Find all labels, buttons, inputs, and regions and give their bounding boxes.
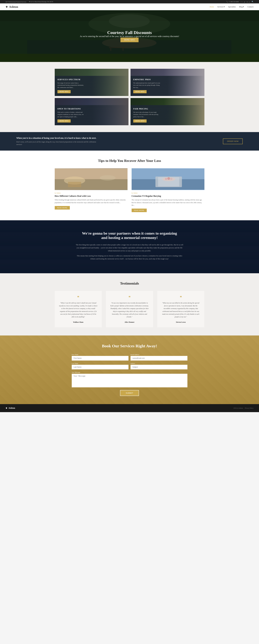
- first-name-input[interactable]: [72, 356, 128, 360]
- footer-privacy-link[interactable]: Privacy Policy: [245, 407, 254, 409]
- tagline: 24/7 Professional Funeral Services: [6, 1, 26, 2]
- social-twitter[interactable]: t: [242, 1, 243, 2]
- logo: ⚜ Ashton: [6, 5, 18, 8]
- nav-home[interactable]: Home: [210, 6, 214, 8]
- footer-logo-name: Ashton: [8, 407, 15, 409]
- testimonial-text-2: "It was very important to my recently de…: [110, 302, 149, 318]
- hero-title: Courtesy Fall Discounts: [80, 30, 179, 35]
- blog-card-2: by Admin Cremation VS Regular Burying Th…: [132, 168, 204, 212]
- card-btn-spectrum[interactable]: MORE INFO: [58, 90, 71, 93]
- last-name-input[interactable]: [72, 365, 128, 370]
- testimonial-text-1: "When I was hit with my sister's death l…: [59, 302, 98, 318]
- hero-cta-button[interactable]: MORE INFO: [120, 38, 138, 42]
- first-name-field-group: First Name: [72, 354, 128, 360]
- email-input[interactable]: [130, 356, 188, 360]
- blog-image-1: [55, 168, 128, 190]
- svg-point-23: [170, 178, 172, 180]
- subject-input[interactable]: [130, 365, 188, 370]
- memorial-para2: This means that starting from helping yo…: [75, 254, 184, 260]
- logo-icon: ⚜: [6, 5, 8, 8]
- logo-name: Ashton: [9, 5, 18, 8]
- svg-rect-10: [0, 54, 259, 62]
- testimonial-name-2: Alice Donner: [110, 321, 149, 323]
- nav-services[interactable]: Services ▾: [217, 6, 225, 8]
- last-name-field-group: Last Name: [72, 362, 128, 370]
- book-form-row1: First Name Email Address Last Name Subje…: [72, 354, 188, 370]
- service-card-spectrum: SERVICES SPECTRUM Our range of services …: [55, 69, 128, 96]
- social-instagram[interactable]: in: [246, 1, 248, 2]
- blog-title-2: Cremation VS Regular Burying: [132, 195, 204, 197]
- email-label: Email Address: [130, 354, 188, 355]
- blog-text-2: The concept of cremation has always been…: [132, 199, 204, 206]
- service-card-pricing: FAIR PRICING We never take advantage of …: [130, 98, 204, 125]
- service-card-traditions: OPEN TO TRADITIONS With such a variety o…: [55, 98, 128, 125]
- nav-blog[interactable]: Blog ▾: [239, 6, 244, 8]
- testimonials-section: Testimonials ❝ "When I was hit with my s…: [0, 273, 259, 335]
- social-facebook[interactable]: f: [241, 1, 241, 2]
- top-bar-right: 📞 +1 800 559 6080 f t g+ in p 🔍: [226, 1, 254, 2]
- blog-image-2: [132, 168, 204, 190]
- card-title-empathic: EMPATHIC PROS: [133, 78, 202, 81]
- card-title-pricing: FAIR PRICING: [133, 108, 202, 110]
- cta-order-button[interactable]: ORDER NOW: [223, 138, 243, 144]
- blog-grid: by Admin How Different Cultures Deal wit…: [55, 168, 204, 212]
- nav-contacts[interactable]: Contacts: [248, 6, 254, 8]
- card-text-traditions: With such a variety of ethnic, cultural …: [58, 111, 85, 118]
- search-icon[interactable]: 🔍: [252, 1, 254, 2]
- card-title-spectrum: SERVICES SPECTRUM: [58, 78, 126, 81]
- address: ✉ 22 St. Black Road Raleigh, PA 34578: [29, 1, 53, 2]
- cta-banner: When you're in a situation of losing you…: [0, 132, 259, 150]
- book-heading: Book Our Services Right Away!: [16, 344, 243, 348]
- blog-read-more-2[interactable]: READ MORE: [132, 208, 147, 212]
- message-textarea[interactable]: [72, 374, 188, 387]
- testimonial-1: ❝ "When I was hit with my sister's death…: [55, 291, 102, 327]
- social-pinterest[interactable]: p: [249, 1, 250, 2]
- card-text-spectrum: Our range of services varies from a conv…: [58, 82, 85, 89]
- phone-icon: 📞: [226, 1, 228, 2]
- cta-text: When you're in a situation of losing you…: [16, 137, 98, 146]
- submit-button[interactable]: SUBMIT: [120, 390, 139, 396]
- blog-section: Tips to Help You Recover After Your Loss…: [0, 150, 259, 220]
- subject-label: Subject: [130, 362, 188, 364]
- quote-icon-1: ❝: [59, 295, 98, 300]
- memorial-para1: The first thing that typically comes to …: [75, 243, 184, 252]
- first-name-label: First Name: [72, 354, 128, 355]
- header: ⚜ Ashton Home Services ▾ Specialists Blo…: [0, 4, 259, 10]
- social-google[interactable]: g+: [244, 1, 246, 2]
- nav-specialists[interactable]: Specialists: [228, 6, 236, 8]
- memorial-section: We're gonna be your partners when it com…: [0, 220, 259, 273]
- blog-card-1: by Admin How Different Cultures Deal wit…: [55, 168, 128, 212]
- services-section: SERVICES SPECTRUM Our range of services …: [0, 62, 259, 132]
- testimonials-title: Testimonials: [16, 282, 243, 286]
- svg-rect-14: [68, 182, 81, 187]
- service-card-empathic: EMPATHIC PROS We understand just how muc…: [130, 69, 204, 96]
- svg-point-15: [100, 175, 116, 180]
- memorial-heading: We're gonna be your partners when it com…: [82, 231, 177, 240]
- testimonial-2: ❝ "It was very important to my recently …: [106, 291, 153, 327]
- footer-logo: ⚜ Ashton: [6, 407, 15, 410]
- phone: 📞 +1 800 559 6080: [226, 1, 239, 2]
- blog-title-1: How Different Cultures Deal with Loss: [55, 195, 128, 197]
- card-content-spectrum: SERVICES SPECTRUM Our range of services …: [55, 76, 128, 96]
- card-btn-traditions[interactable]: MORE INFO: [58, 120, 71, 122]
- testimonial-name-1: Wallace Hans: [59, 321, 98, 323]
- card-btn-pricing[interactable]: MORE INFO: [133, 120, 146, 122]
- top-bar-left: 24/7 Professional Funeral Services ✉ 22 …: [6, 1, 53, 2]
- footer-logo-icon: ⚜: [6, 407, 7, 410]
- last-name-label: Last Name: [72, 362, 128, 364]
- hero-content: Courtesy Fall Discounts As we're enterin…: [80, 30, 179, 42]
- blog-author-1: by Admin: [55, 192, 128, 194]
- social-icons: f t g+ in p: [241, 1, 250, 2]
- main-nav: Home Services ▾ Specialists Blog ▾ Conta…: [210, 6, 254, 8]
- footer: ⚜ Ashton 2016 (c) Ashton Privacy Policy: [0, 404, 259, 412]
- card-btn-empathic[interactable]: MORE INFO: [133, 90, 146, 93]
- quote-icon-3: ❝: [161, 295, 200, 300]
- testimonial-text-3: "When my son was killed in the action du…: [161, 302, 200, 318]
- testimonials-grid: ❝ "When I was hit with my sister's death…: [55, 291, 204, 327]
- blog-read-more-1[interactable]: READ MORE: [55, 206, 70, 210]
- services-grid: SERVICES SPECTRUM Our range of services …: [55, 69, 204, 125]
- book-section: Book Our Services Right Away! First Name…: [0, 336, 259, 404]
- card-text-pricing: We never take advantage of your tragic s…: [133, 111, 160, 118]
- footer-copy: 2016 (c) Ashton Privacy Policy: [234, 407, 254, 409]
- quote-icon-2: ❝: [110, 295, 149, 300]
